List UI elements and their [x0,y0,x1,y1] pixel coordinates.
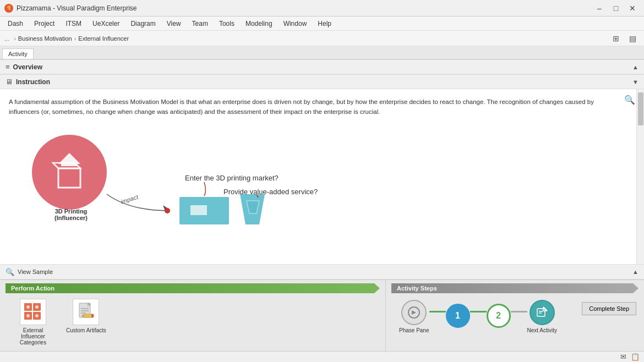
menu-project[interactable]: Project [29,18,60,29]
svg-text:impact: impact [120,193,139,205]
view-sample-search-icon: 🔍 [6,268,14,276]
step-connector-3 [511,311,527,312]
steps-row: Phase Pane 1 2 [394,297,563,337]
step-1-circle: 1 [446,304,470,328]
custom-artifacts-label: Custom Artifacts [66,327,106,333]
menu-tools[interactable]: Tools [214,18,240,29]
action-custom-artifacts[interactable]: Custom Artifacts [66,299,106,345]
step-connector-2 [470,311,487,312]
breadcrumb-right-icons: ⊞ ▤ [609,32,640,45]
overview-icon: ≡ [6,63,10,71]
step-2: 2 [487,304,511,330]
content-body: A fundamental assumption of the Business… [0,89,644,264]
breadcrumb-icon-2[interactable]: ▤ [625,32,640,45]
doc-status-icon[interactable]: 📋 [631,353,640,361]
status-bar: ✉ 📋 [0,351,644,362]
content-text-area: A fundamental assumption of the Business… [0,89,636,264]
svg-point-22 [35,314,39,317]
next-activity-label: Next Activity [527,327,557,333]
breadcrumb-external-influencer[interactable]: External Influencer [78,35,129,42]
perform-action-panel: Perform Action E [0,280,385,351]
phase-pane-label: Phase Pane [399,327,429,333]
breadcrumb-business-motivation[interactable]: Business Motivation [18,35,72,42]
step-2-circle: 2 [487,304,511,328]
breadcrumb-icon-1[interactable]: ⊞ [609,32,623,45]
next-activity-circle [530,300,555,325]
menu-itsm[interactable]: ITSM [60,18,87,29]
complete-step-button[interactable]: Complete Step [582,302,636,315]
menu-diagram[interactable]: Diagram [125,18,161,29]
overview-section-header[interactable]: ≡ Overview ▲ [0,59,644,74]
menu-bar: Dash Project ITSM UeXceler Diagram View … [0,17,644,31]
breadcrumb-dots[interactable]: ... [4,35,9,42]
menu-modeling[interactable]: Modeling [240,18,278,29]
action-icons-row: External Influencer Categories [6,297,380,348]
svg-rect-33 [537,309,545,316]
step-phase-pane: Phase Pane [399,300,429,333]
step-1: 1 [446,304,470,330]
title-bar: 🍕 Pizzamama - Visual Paradigm Enterprise… [0,0,644,17]
minimize-button[interactable]: – [592,2,607,14]
svg-point-19 [26,305,30,309]
phase-pane-circle [401,300,427,325]
instruction-chevron: ▼ [632,79,638,85]
svg-point-0 [32,135,107,210]
svg-rect-10 [190,205,207,215]
instruction-text: A fundamental assumption of the Business… [9,97,597,117]
next-activity-icon [536,306,549,319]
menu-view[interactable]: View [161,18,187,29]
breadcrumb-sep-1: › [14,35,16,42]
breadcrumb: ... › Business Motivation › External Inf… [0,31,644,46]
maximize-button[interactable]: □ [609,2,623,14]
svg-text:Provide value-added service?: Provide value-added service? [223,188,318,196]
view-sample-label: View Sample [18,268,632,275]
svg-rect-31 [91,314,94,317]
window-controls: – □ ✕ [592,2,640,14]
complete-step-container: Complete Step [576,297,636,319]
app-title: Pizzamama - Visual Paradigm Enterprise [17,4,592,12]
bottom-panel: Perform Action E [0,279,644,351]
tab-bar: Activity [0,46,644,59]
diagram-svg: impact Enter the 3D printing market? [9,123,328,222]
svg-rect-2 [61,164,78,166]
menu-dash[interactable]: Dash [2,18,29,29]
menu-help[interactable]: Help [312,18,337,29]
action-external-influencer-categories[interactable]: External Influencer Categories [11,299,55,345]
menu-window[interactable]: Window [278,18,313,29]
app-icon: 🍕 [4,4,13,13]
zoom-button[interactable]: 🔍 [624,95,635,105]
close-button[interactable]: ✕ [625,2,640,14]
menu-team[interactable]: Team [187,18,214,29]
breadcrumb-sep-2: › [74,35,77,42]
tab-activity[interactable]: Activity [2,48,34,59]
instruction-icon: 🖥 [6,78,13,86]
doc-icon [76,302,96,322]
view-sample-chevron: ▲ [632,268,638,275]
svg-point-8 [165,208,170,213]
instruction-section-header[interactable]: 🖥 Instruction ▼ [0,74,644,89]
view-sample-bar[interactable]: 🔍 View Sample ▲ [0,264,644,279]
svg-point-20 [35,305,39,309]
external-influencer-categories-label: External Influencer Categories [11,327,55,345]
menu-uexceler[interactable]: UeXceler [87,18,125,29]
diagram-area: impact Enter the 3D printing market? [9,123,627,233]
content-scrollbar[interactable] [636,89,644,264]
step-next-activity: Next Activity [527,300,557,333]
perform-action-header: Perform Action [6,283,380,293]
activity-steps-header: Activity Steps [391,283,638,293]
overview-title: Overview [13,63,633,71]
activity-steps-panel: Activity Steps Phase Pane [385,280,644,351]
influencer-label: 3D Printing(Influencer) [43,208,99,221]
overview-chevron: ▲ [632,64,638,70]
step-connector-1 [429,311,446,312]
scrollbar-thumb[interactable] [638,92,643,125]
instruction-title: Instruction [16,78,632,86]
email-icon[interactable]: ✉ [620,353,626,361]
phase-pane-icon [407,306,421,319]
main-content: ≡ Overview ▲ 🖥 Instruction ▼ A fundament… [0,59,644,279]
svg-text:Enter the 3D printing market?: Enter the 3D printing market? [185,174,279,182]
svg-point-21 [26,314,30,317]
custom-artifacts-icon-box [73,299,99,325]
external-influencer-icon-box [20,299,46,325]
grid-icon [23,302,43,322]
